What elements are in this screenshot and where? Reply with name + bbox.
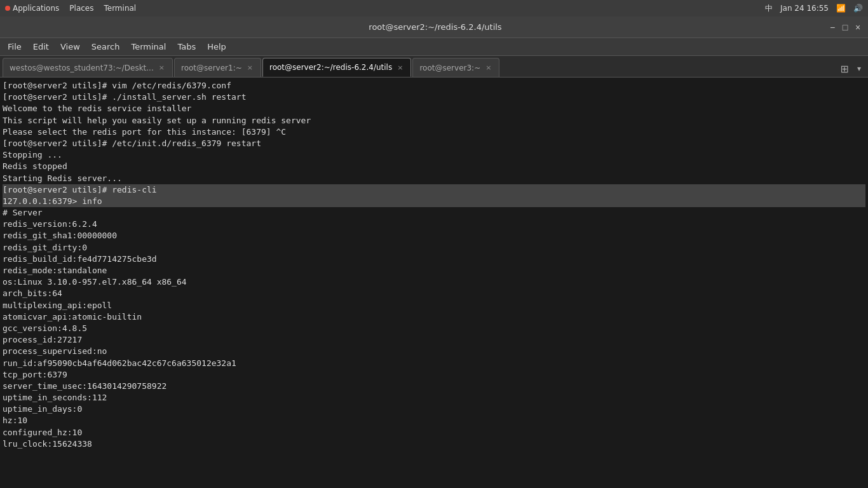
term-line-10: [root@server2 utils]# redis-cli — [3, 184, 865, 196]
term-line-29: uptime_in_days:0 — [3, 403, 865, 415]
system-bar: Applications Places Terminal 中 Jan 24 16… — [0, 0, 868, 17]
term-line-9: Starting Redis server... — [3, 173, 865, 184]
term-line-28: uptime_in_seconds:112 — [3, 392, 865, 403]
tab-label-1: root@server1:~ — [181, 64, 242, 72]
term-line-16: redis_build_id:fe4d7714275cbe3d — [3, 254, 865, 265]
tab-close-0[interactable]: × — [158, 63, 166, 72]
maximize-button[interactable]: □ — [840, 22, 850, 32]
menu-item-tabs[interactable]: Tabs — [172, 41, 201, 53]
menu-item-search[interactable]: Search — [86, 41, 125, 53]
term-line-15: redis_git_dirty:0 — [3, 242, 865, 254]
tabs-bar: westos@westos_student73:~/Deskt...×root@… — [0, 56, 868, 78]
term-line-7: Stopping ... — [3, 149, 865, 161]
places-label: Places — [69, 4, 93, 13]
apps-dot-icon — [5, 6, 10, 11]
term-line-5: Please select the redis port for this in… — [3, 126, 865, 138]
applications-menu[interactable]: Applications — [5, 4, 59, 13]
term-line-21: atomicvar_api:atomic-builtin — [3, 311, 865, 323]
menu-item-edit[interactable]: Edit — [28, 41, 54, 53]
applications-label: Applications — [13, 4, 59, 13]
tab-0[interactable]: westos@westos_student73:~/Deskt...× — [3, 58, 173, 77]
menu-item-help[interactable]: Help — [202, 41, 231, 53]
places-menu[interactable]: Places — [69, 4, 93, 13]
term-line-24: process_supervised:no — [3, 346, 865, 357]
term-line-2: Welcome to the redis service installer — [3, 103, 865, 114]
terminal-window: root@server2:~/redis-6.2.4/utils − □ × F… — [0, 17, 868, 488]
tab-close-2[interactable]: × — [396, 63, 404, 72]
term-line-6: [root@server2 utils]# /etc/init.d/redis_… — [3, 138, 865, 149]
tab-dropdown-button[interactable]: ▾ — [853, 60, 865, 77]
term-line-8: Redis stopped — [3, 161, 865, 172]
term-line-11: 127.0.0.1:6379> info — [3, 196, 865, 207]
term-line-27: server_time_usec:1643014290758922 — [3, 381, 865, 392]
term-line-18: os:Linux 3.10.0-957.el7.x86_64 x86_64 — [3, 276, 865, 288]
term-line-26: tcp_port:6379 — [3, 369, 865, 381]
tab-close-3[interactable]: × — [484, 63, 492, 72]
term-line-3: This script will help you easily set up … — [3, 115, 865, 126]
tab-2[interactable]: root@server2:~/redis-6.2.4/utils× — [262, 58, 411, 77]
tab-3[interactable]: root@server3:~× — [412, 58, 499, 77]
tab-label-3: root@server3:~ — [419, 64, 480, 72]
term-line-1: [root@server2 utils]# ./install_server.s… — [3, 92, 865, 103]
tab-settings-button[interactable]: ⊞ — [836, 60, 853, 77]
term-line-19: arch_bits:64 — [3, 288, 865, 299]
menu-item-terminal[interactable]: Terminal — [126, 41, 171, 53]
term-line-17: redis_mode:standalone — [3, 265, 865, 276]
tab-label-0: westos@westos_student73:~/Deskt... — [10, 64, 154, 72]
minimize-button[interactable]: − — [827, 22, 837, 32]
menu-bar: FileEditViewSearchTerminalTabsHelp — [0, 38, 868, 56]
term-line-20: multiplexing_api:epoll — [3, 300, 865, 311]
window-title: root@server2:~/redis-6.2.4/utils — [43, 22, 827, 32]
term-line-13: redis_version:6.2.4 — [3, 219, 865, 230]
menu-item-file[interactable]: File — [3, 41, 27, 53]
title-bar: root@server2:~/redis-6.2.4/utils − □ × — [0, 17, 868, 38]
tab-close-1[interactable]: × — [246, 63, 254, 72]
term-line-25: run_id:af95090cb4af64d062bac42c67c6a6350… — [3, 358, 865, 369]
datetime: Jan 24 16:55 — [780, 4, 829, 13]
tab-1[interactable]: root@server1:~× — [174, 58, 261, 77]
close-button[interactable]: × — [853, 22, 863, 32]
term-line-30: hz:10 — [3, 415, 865, 426]
term-line-31: configured_hz:10 — [3, 427, 865, 438]
menu-item-view[interactable]: View — [55, 41, 85, 53]
wifi-icon: 📶 — [836, 4, 846, 13]
system-bar-left: Applications Places Terminal — [5, 4, 136, 13]
term-line-12: # Server — [3, 207, 865, 219]
lang-indicator: 中 — [765, 3, 773, 14]
term-line-22: gcc_version:4.8.5 — [3, 323, 865, 334]
terminal-content[interactable]: [root@server2 utils]# vim /etc/redis/637… — [0, 78, 868, 488]
term-line-14: redis_git_sha1:00000000 — [3, 230, 865, 241]
term-line-32: lru_clock:15624338 — [3, 438, 865, 450]
term-line-23: process_id:27217 — [3, 334, 865, 346]
window-controls: − □ × — [827, 22, 863, 32]
tab-label-2: root@server2:~/redis-6.2.4/utils — [269, 63, 392, 72]
system-bar-right: 中 Jan 24 16:55 📶 🔊 — [765, 3, 863, 14]
terminal-label: Terminal — [104, 4, 136, 13]
terminal-menu[interactable]: Terminal — [104, 4, 136, 13]
term-line-0: [root@server2 utils]# vim /etc/redis/637… — [3, 80, 865, 92]
volume-icon: 🔊 — [853, 4, 863, 13]
